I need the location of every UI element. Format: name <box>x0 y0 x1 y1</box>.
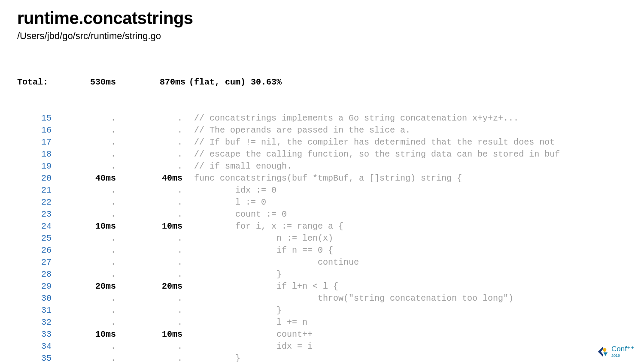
source-code: throw("string concatenation too long") <box>189 293 627 305</box>
source-code: count := 0 <box>189 208 627 220</box>
source-code: continue <box>189 256 627 268</box>
source-code: } <box>189 353 627 362</box>
source-code: for i, x := range a { <box>189 220 627 232</box>
source-code: n := len(x) <box>189 232 627 244</box>
conference-badge: Conf⁺⁺ 2019 <box>597 345 635 358</box>
flat-time: . <box>64 317 129 329</box>
source-line: 15.. // concatstrings implements a Go st… <box>17 112 627 124</box>
source-code: l += n <box>189 317 627 329</box>
line-number: 16 <box>17 124 64 136</box>
line-number: 32 <box>17 317 64 329</box>
conference-text: Conf⁺⁺ 2019 <box>611 345 635 358</box>
svg-marker-2 <box>603 352 608 356</box>
profile-listing: Total: 530ms 870ms (flat, cum) 30.63% 15… <box>17 52 627 362</box>
cum-time: 10ms <box>129 220 189 232</box>
source-code: } <box>189 305 627 317</box>
cum-time: 40ms <box>129 172 189 184</box>
flat-time: . <box>64 232 129 244</box>
source-code: if n == 0 { <box>189 244 627 256</box>
source-line: 31.. } <box>17 305 627 317</box>
flat-time: . <box>64 196 129 208</box>
flat-time: . <box>64 112 129 124</box>
cum-time: . <box>129 160 189 172</box>
source-line: 30.. throw("string concatenation too lon… <box>17 293 627 305</box>
line-number: 33 <box>17 329 64 341</box>
source-line: 22.. l := 0 <box>17 196 627 208</box>
cum-time: . <box>129 256 189 268</box>
cum-time: . <box>129 148 189 160</box>
totals-cum: 870ms <box>129 76 189 88</box>
source-code: idx := 0 <box>189 184 627 196</box>
line-number: 26 <box>17 244 64 256</box>
line-number: 35 <box>17 353 64 362</box>
totals-flat: 530ms <box>64 76 129 88</box>
source-line: 17.. // If buf != nil, the compiler has … <box>17 136 627 148</box>
source-line: 21.. idx := 0 <box>17 184 627 196</box>
cum-time: . <box>129 317 189 329</box>
line-number: 28 <box>17 268 64 281</box>
source-line: 35.. } <box>17 353 627 362</box>
cum-time: . <box>129 268 189 281</box>
flat-time: . <box>64 244 129 256</box>
flat-time: . <box>64 268 129 281</box>
line-number: 29 <box>17 281 64 293</box>
line-number: 24 <box>17 220 64 232</box>
line-number: 17 <box>17 136 64 148</box>
cum-time: . <box>129 196 189 208</box>
source-code: } <box>189 268 627 281</box>
cum-time: . <box>129 244 189 256</box>
source-line: 19.. // if small enough. <box>17 160 627 172</box>
source-line: 18.. // escape the calling function, so … <box>17 148 627 160</box>
conference-year: 2019 <box>611 353 635 358</box>
cum-time: . <box>129 305 189 317</box>
flat-time: . <box>64 256 129 268</box>
line-number: 21 <box>17 184 64 196</box>
line-number: 20 <box>17 172 64 184</box>
source-line: 2040ms40ms func concatstrings(buf *tmpBu… <box>17 172 627 184</box>
source-code: // escape the calling function, so the s… <box>189 148 627 160</box>
source-line: 34.. idx = i <box>17 341 627 353</box>
cum-time: . <box>129 341 189 353</box>
source-line: 25.. n := len(x) <box>17 232 627 244</box>
source-code: // concatstrings implements a Go string … <box>189 112 627 124</box>
source-line: 28.. } <box>17 268 627 281</box>
totals-label: Total: <box>17 76 64 88</box>
source-code: l := 0 <box>189 196 627 208</box>
line-number: 22 <box>17 196 64 208</box>
flat-time: . <box>64 341 129 353</box>
conference-name: Conf⁺⁺ <box>611 345 635 353</box>
cum-time: . <box>129 353 189 362</box>
flat-time: 20ms <box>64 281 129 293</box>
source-line: 3310ms10ms count++ <box>17 329 627 341</box>
page-title: runtime.concatstrings <box>17 9 627 28</box>
line-number: 23 <box>17 208 64 220</box>
source-line: 2920ms20ms if l+n < l { <box>17 281 627 293</box>
flat-time: 10ms <box>64 220 129 232</box>
source-line: 23.. count := 0 <box>17 208 627 220</box>
line-number: 27 <box>17 256 64 268</box>
cum-time: . <box>129 136 189 148</box>
line-number: 18 <box>17 148 64 160</box>
source-code: // If buf != nil, the compiler has deter… <box>189 136 627 148</box>
flat-time: . <box>64 124 129 136</box>
chevron-logo-icon <box>597 346 609 358</box>
flat-time: 10ms <box>64 329 129 341</box>
cum-time: . <box>129 184 189 196</box>
line-number: 25 <box>17 232 64 244</box>
cum-time: . <box>129 208 189 220</box>
flat-time: . <box>64 184 129 196</box>
cum-time: . <box>129 232 189 244</box>
line-number: 31 <box>17 305 64 317</box>
svg-point-1 <box>603 348 606 351</box>
flat-time: . <box>64 136 129 148</box>
totals-summary: (flat, cum) 30.63% <box>189 76 627 88</box>
source-line: 2410ms10ms for i, x := range a { <box>17 220 627 232</box>
line-number: 15 <box>17 112 64 124</box>
flat-time: . <box>64 353 129 362</box>
cum-time: . <box>129 124 189 136</box>
cum-time: . <box>129 112 189 124</box>
source-line: 26.. if n == 0 { <box>17 244 627 256</box>
flat-time: . <box>64 208 129 220</box>
cum-time: 10ms <box>129 329 189 341</box>
source-code: idx = i <box>189 341 627 353</box>
